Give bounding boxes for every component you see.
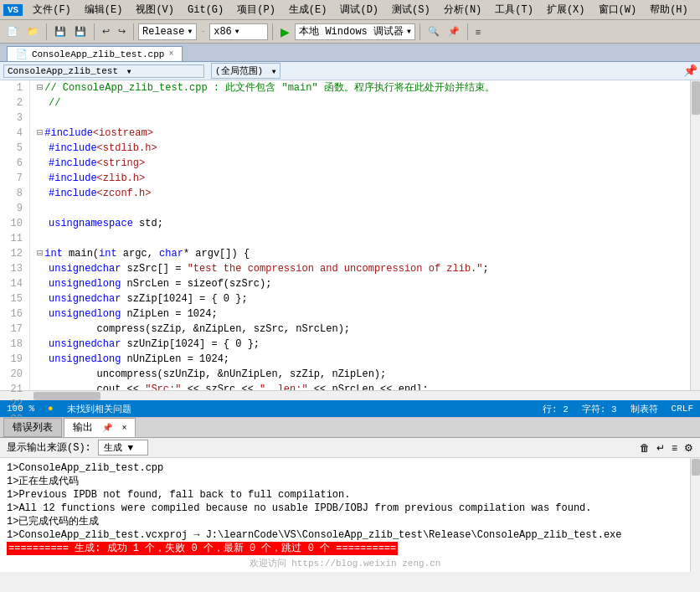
code-line-12: ⊟int main(int argc, char* argv[]) { (37, 246, 690, 261)
platform-dropdown-arrow: ▼ (235, 28, 239, 35)
output-source-dropdown[interactable]: 生成 ▼ (98, 440, 148, 456)
code-line-4: ⊟#include <iostream> (37, 126, 690, 141)
line-number-20: 20 (3, 367, 23, 382)
config-label: Release (142, 26, 184, 38)
watermark: 欢迎访问 https://blog.weixin zeng.cn (7, 555, 683, 570)
code-line-5: #include <stdlib.h> (37, 141, 690, 156)
separator-6 (467, 23, 468, 40)
file-tab-active[interactable]: 📄 ConsoleApp_zlib_test.cpp × (7, 46, 183, 61)
new-project-btn[interactable]: 📄 (3, 23, 22, 39)
tab-file-label: ConsoleApp_zlib_test.cpp (32, 49, 164, 59)
vs-logo: VS (3, 4, 23, 16)
tab-close-btn[interactable]: × (168, 49, 173, 59)
save-btn[interactable]: 💾 (51, 23, 69, 39)
menu-analyze[interactable]: 分析(N) (437, 1, 489, 18)
code-line-15: unsigned char szZip[1024] = { 0 }; (37, 291, 690, 306)
menu-help[interactable]: 帮助(H) (643, 1, 695, 18)
toolbar: 📄 📁 💾 💾 ↩ ↪ Release ▼ - x86 ▼ ▶ 本地 Windo… (0, 20, 700, 44)
code-line-2: // (37, 95, 690, 111)
output-source-label: 显示输出来源(S): (7, 440, 91, 455)
output-line: 1>Previous IPDB not found, fall back to … (7, 488, 683, 502)
file-scope-label: ConsoleApp_zlib_test (8, 66, 118, 76)
code-editor[interactable]: ⊟// ConsoleApp_zlib_test.cpp : 此文件包含 "ma… (30, 80, 690, 390)
menu-tools[interactable]: 工具(T) (488, 1, 540, 18)
menu-test[interactable]: 测试(S) (385, 1, 437, 18)
cursor-col: 字符: 3 (582, 403, 617, 415)
start-debug-btn[interactable]: ▶ (277, 23, 293, 41)
platform-dropdown[interactable]: x86 ▼ (209, 23, 268, 40)
code-line-16: unsigned long nZipLen = 1024; (37, 306, 690, 322)
line-number-1: 1 (3, 80, 23, 95)
debugger-dropdown-arrow: ▼ (407, 28, 411, 35)
menu-edit[interactable]: 编辑(E) (78, 1, 130, 18)
errors-tab-label: 错误列表 (13, 422, 53, 434)
output-wrap-btn[interactable]: ↵ (656, 442, 665, 454)
menu-debug[interactable]: 调试(D) (333, 1, 385, 18)
symbol-scope-label: (全局范围) (215, 66, 263, 76)
line-number-4: 4 (3, 126, 23, 141)
menu-git[interactable]: Git(G) (181, 3, 230, 18)
menu-build[interactable]: 生成(E) (282, 1, 334, 18)
code-line-18: unsigned char szUnZip[1024] = { 0 }; (37, 337, 690, 352)
dropdown-separator: - (200, 26, 206, 38)
bookmark-btn[interactable]: 📌 (445, 23, 463, 39)
code-line-11 (37, 231, 690, 246)
menu-extensions[interactable]: 扩展(X) (540, 1, 592, 18)
open-btn[interactable]: 📁 (23, 23, 42, 39)
fold-marker-1[interactable]: ⊟ (37, 80, 43, 95)
line-number-19: 19 (3, 352, 23, 367)
output-format-btn[interactable]: ≡ (672, 442, 677, 454)
code-line-19: unsigned long nUnZipLen = 1024; (37, 352, 690, 367)
code-line-10: using namespace std; (37, 216, 690, 231)
output-vertical-scrollbar[interactable] (690, 458, 700, 572)
fold-marker-4[interactable]: ⊟ (37, 126, 43, 141)
code-line-1: ⊟// ConsoleApp_zlib_test.cpp : 此文件包含 "ma… (37, 80, 690, 95)
fold-marker-12[interactable]: ⊟ (37, 246, 43, 261)
debugger-label: 本地 Windows 调试器 (299, 24, 404, 39)
editor-pin-btn[interactable]: 📌 (683, 64, 697, 78)
output-settings-btn[interactable]: ⚙ (684, 442, 693, 454)
output-tab-pin[interactable]: 📌 (102, 424, 112, 433)
warning-icon: ● (48, 404, 54, 414)
output-tab-close[interactable]: × (121, 424, 126, 433)
output-success-line: ========== 生成: 成功 1 个，失败 0 个，最新 0 个，跳过 0… (7, 542, 683, 555)
code-line-20: uncompress(szUnZip, &nUnZipLen, szZip, n… (37, 367, 690, 382)
debugger-dropdown[interactable]: 本地 Windows 调试器 ▼ (295, 23, 415, 40)
redo-btn[interactable]: ↪ (115, 23, 129, 39)
line-number-2: 2 (3, 95, 23, 111)
code-line-21: cout << "Src:" << szSrc << ", len:" << n… (37, 382, 690, 390)
code-line-3 (37, 111, 690, 126)
undo-btn[interactable]: ↩ (99, 23, 113, 39)
output-vscroll-thumb[interactable] (692, 459, 700, 476)
line-number-11: 11 (3, 231, 23, 246)
menu-window[interactable]: 窗口(W) (592, 1, 644, 18)
editor-tab-bar: 📄 ConsoleApp_zlib_test.cpp × (0, 44, 700, 62)
bottom-panel: 错误列表 输出 📌 × 显示输出来源(S): 生成 ▼ 🗑 ↵ ≡ ⚙ 1>Co… (0, 417, 700, 572)
output-scroll-area: 1>ConsoleApp_zlib_test.cpp1>正在生成代码1>Prev… (0, 458, 700, 572)
menu-project[interactable]: 项目(P) (230, 1, 282, 18)
output-content: 1>ConsoleApp_zlib_test.cpp1>正在生成代码1>Prev… (0, 458, 690, 572)
line-number-18: 18 (3, 337, 23, 352)
line-number-5: 5 (3, 141, 23, 156)
line-number-13: 13 (3, 261, 23, 276)
editor-hscroll-thumb[interactable] (33, 392, 100, 400)
file-scope-dropdown[interactable]: ConsoleApp_zlib_test ▼ (3, 64, 204, 78)
editor-horizontal-scrollbar[interactable] (0, 390, 700, 400)
output-line: 1>正在生成代码 (7, 475, 683, 488)
separator-2 (94, 23, 95, 40)
output-clear-btn[interactable]: 🗑 (640, 442, 650, 454)
bottom-tab-output[interactable]: 输出 📌 × (64, 418, 136, 437)
output-line: 1>已完成代码的生成 (7, 515, 683, 528)
symbol-scope-dropdown[interactable]: (全局范围) ▼ (211, 63, 281, 79)
editor-vscroll-thumb[interactable] (692, 81, 700, 115)
save-all-btn[interactable]: 💾 (71, 23, 90, 39)
menu-view[interactable]: 视图(V) (129, 1, 181, 18)
menu-file[interactable]: 文件(F) (26, 1, 78, 18)
editor-vertical-scrollbar[interactable] (690, 80, 700, 390)
bottom-tab-errors[interactable]: 错误列表 (3, 418, 62, 437)
output-tab-label: 输出 (73, 422, 93, 434)
more-btn[interactable]: ≡ (472, 24, 484, 39)
success-badge: ========== 生成: 成功 1 个，失败 0 个，最新 0 个，跳过 0… (7, 542, 398, 555)
config-dropdown[interactable]: Release ▼ (138, 23, 197, 40)
search-btn[interactable]: 🔍 (425, 23, 443, 39)
